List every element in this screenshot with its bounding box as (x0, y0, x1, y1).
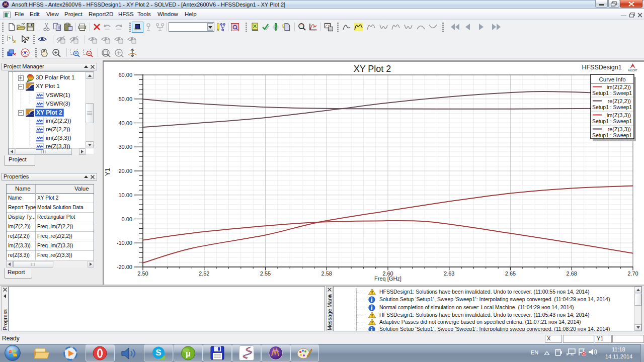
svg-text:2.68: 2.68 (567, 270, 577, 277)
svg-text:im(Z(3,3)): im(Z(3,3)) (607, 112, 631, 118)
svg-text:re(Z(2,2)): re(Z(2,2)) (608, 98, 631, 104)
svg-text:HFSSDesign1: HFSSDesign1 (582, 64, 621, 71)
svg-text:Setup1 : Sweep1: Setup1 : Sweep1 (592, 105, 632, 110)
svg-text:ANSOFT: ANSOFT (628, 69, 637, 72)
svg-text:2.65: 2.65 (505, 270, 516, 277)
svg-text:-10.00: -10.00 (117, 240, 132, 246)
svg-text:10.00: 10.00 (118, 192, 132, 198)
svg-text:Setup1 : Sweep1: Setup1 : Sweep1 (592, 90, 632, 96)
svg-text:-20.00: -20.00 (117, 264, 132, 270)
svg-text:2.70: 2.70 (627, 270, 638, 277)
svg-text:Setup1 : Sweep1: Setup1 : Sweep1 (592, 133, 632, 138)
svg-text:Freq [GHz]: Freq [GHz] (374, 276, 401, 282)
svg-text:?: ? (8, 36, 11, 41)
svg-text:2.58: 2.58 (321, 270, 332, 277)
svg-text:re(Z(3,3)): re(Z(3,3)) (608, 126, 631, 132)
svg-text:0.00: 0.00 (122, 216, 132, 222)
svg-text:im(Z(2,2)): im(Z(2,2)) (607, 84, 631, 90)
svg-text:?: ? (26, 36, 30, 42)
svg-text:2.50: 2.50 (137, 270, 148, 277)
svg-text:2.52: 2.52 (199, 270, 209, 277)
svg-text:µ: µ (186, 349, 191, 358)
svg-text:S: S (155, 348, 161, 357)
svg-text:Y1: Y1 (104, 168, 111, 176)
svg-text:Curve Info: Curve Info (599, 76, 625, 82)
svg-text:60.00: 60.00 (118, 72, 132, 78)
svg-text:40.00: 40.00 (118, 120, 132, 126)
svg-text:Setup1 : Sweep1: Setup1 : Sweep1 (592, 119, 632, 124)
svg-text:20.00: 20.00 (118, 168, 132, 174)
svg-text:30.00: 30.00 (118, 144, 132, 150)
svg-text:2.55: 2.55 (260, 270, 271, 277)
svg-text:2.63: 2.63 (444, 270, 454, 277)
svg-text:XY Plot 2: XY Plot 2 (354, 64, 391, 74)
svg-text:50.00: 50.00 (118, 96, 132, 102)
